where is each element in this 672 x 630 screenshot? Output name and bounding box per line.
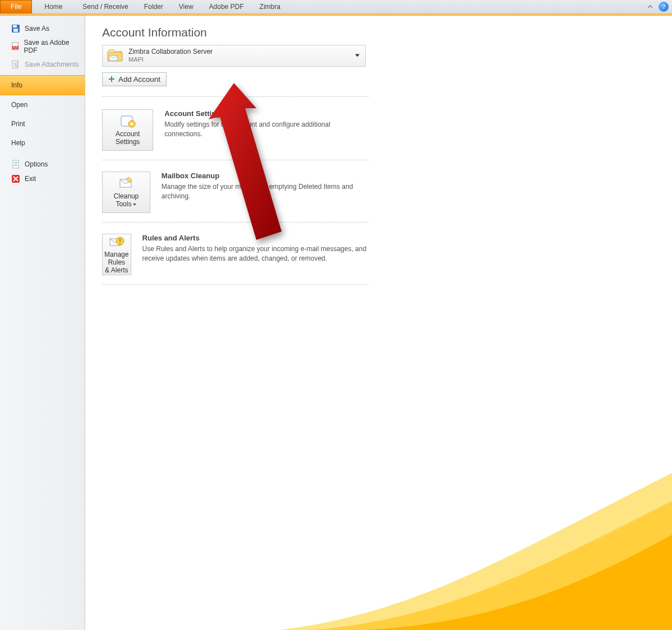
sidebar-item-label: Save Attachments [25, 61, 79, 68]
section-heading: Mailbox Cleanup [162, 172, 369, 180]
sidebar-item-label: Help [11, 139, 25, 147]
page-title: Account Information [102, 26, 655, 39]
cleanup-icon [118, 176, 134, 191]
section-heading: Rules and Alerts [142, 234, 369, 242]
sidebar-save-attachments: Save Attachments [0, 57, 85, 72]
tab-home[interactable]: Home [32, 0, 75, 13]
add-account-label: Add Account [118, 75, 160, 84]
sidebar-item-label: Print [11, 120, 25, 128]
account-selector[interactable]: Zimbra Collaboration Server MAPI [102, 45, 366, 67]
attachment-icon [11, 60, 20, 69]
exit-icon [11, 174, 20, 183]
section-mailbox-cleanup: Cleanup Tools Mailbox Cleanup Manage the… [102, 169, 369, 223]
tab-adobe-pdf[interactable]: Adobe PDF [201, 0, 252, 13]
help-icon[interactable]: ? [659, 2, 669, 12]
button-label: Cleanup Tools [114, 193, 139, 209]
account-text: Zimbra Collaboration Server MAPI [128, 48, 213, 64]
button-label: Account Settings [116, 131, 140, 146]
ribbon: File Home Send / Receive Folder View Ado… [0, 0, 672, 14]
sidebar-info[interactable]: Info [0, 75, 85, 95]
section-description: Use Rules and Alerts to help organize yo… [142, 244, 369, 263]
button-label: Manage Rules & Alerts [103, 251, 131, 274]
svg-rect-15 [109, 78, 114, 80]
section-description: Modify settings for this account and con… [164, 120, 369, 139]
section-description: Manage the size of your mailbox by empty… [162, 182, 369, 201]
sidebar-item-label: Exit [25, 175, 36, 183]
tab-send-receive[interactable]: Send / Receive [75, 0, 136, 13]
tab-file[interactable]: File [0, 0, 32, 13]
svg-point-23 [119, 244, 121, 245]
svg-rect-2 [13, 29, 18, 32]
sidebar-save-as-adobe-pdf[interactable]: PDF Save as Adobe PDF [0, 36, 85, 57]
sidebar-print[interactable]: Print [0, 114, 85, 133]
options-icon [11, 160, 20, 169]
pdf-icon: PDF [11, 42, 20, 51]
account-name: Zimbra Collaboration Server [128, 48, 213, 56]
sidebar-item-label: Save As [25, 25, 49, 33]
sidebar-item-label: Open [11, 101, 27, 109]
account-protocol: MAPI [128, 56, 213, 64]
tab-view[interactable]: View [171, 0, 201, 13]
background-swoosh [279, 406, 672, 630]
sidebar-item-label: Options [25, 160, 48, 168]
sidebar-exit[interactable]: Exit [0, 172, 85, 186]
svg-rect-10 [14, 165, 17, 166]
svg-rect-9 [14, 164, 17, 164]
minimize-ribbon-icon[interactable] [645, 2, 655, 12]
sidebar-item-label: Info [11, 81, 22, 89]
section-account-settings: Account Settings Account Settings Modify… [102, 107, 369, 160]
account-settings-button[interactable]: Account Settings [102, 109, 153, 151]
tab-zimbra[interactable]: Zimbra [252, 0, 288, 13]
chevron-down-icon [355, 54, 360, 57]
tab-folder[interactable]: Folder [136, 0, 171, 13]
sidebar-save-as[interactable]: Save As [0, 21, 85, 36]
chevron-down-icon [133, 203, 136, 206]
divider [102, 96, 369, 97]
rules-icon [109, 234, 125, 249]
plus-icon [108, 76, 115, 82]
add-account-button[interactable]: Add Account [102, 72, 167, 86]
svg-rect-8 [14, 162, 17, 163]
sidebar-options[interactable]: Options [0, 157, 85, 172]
sidebar-open[interactable]: Open [0, 95, 85, 114]
svg-rect-22 [119, 238, 121, 242]
sidebar-help[interactable]: Help [0, 133, 85, 152]
sidebar-item-label: Save as Adobe PDF [24, 39, 79, 54]
section-rules-alerts: Manage Rules & Alerts Rules and Alerts U… [102, 231, 369, 285]
svg-point-18 [130, 123, 132, 125]
svg-text:PDF: PDF [13, 47, 18, 49]
save-as-icon [11, 24, 20, 33]
svg-rect-1 [13, 25, 17, 27]
account-folder-icon [107, 49, 123, 62]
section-heading: Account Settings [164, 109, 369, 118]
manage-rules-button[interactable]: Manage Rules & Alerts [102, 234, 131, 275]
backstage-sidebar: Save As PDF Save as Adobe PDF Save Attac… [0, 16, 85, 630]
account-settings-icon [120, 114, 136, 128]
main-panel: Account Information Zimbra Collaboration… [85, 16, 672, 630]
cleanup-tools-button[interactable]: Cleanup Tools [102, 172, 150, 213]
